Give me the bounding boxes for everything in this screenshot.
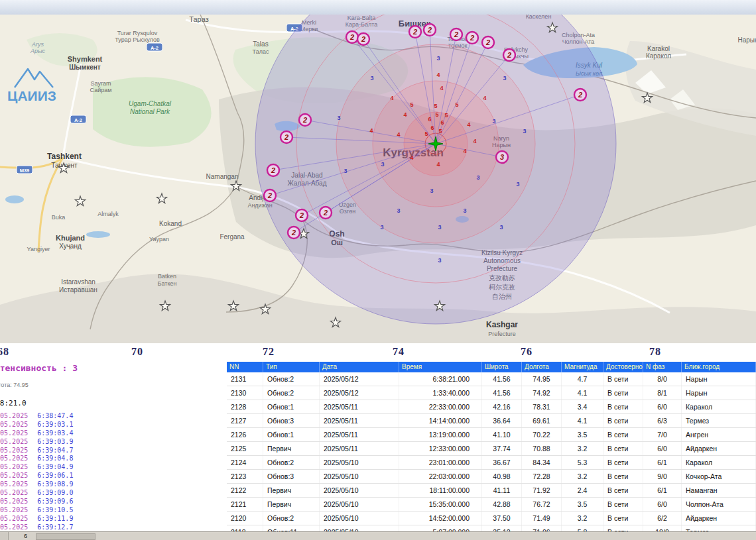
log-line: 12.05.20256:39:11.9 [0, 515, 212, 523]
phase-time-list: 12.05.20256:38:47.412.05.20256:39:03.112… [0, 412, 224, 531]
table-cell: 74.95 [522, 372, 562, 386]
table-cell: 2126 [227, 428, 263, 441]
intensity-value: 6 [440, 119, 444, 126]
intensity-value: 4 [369, 127, 373, 134]
table-cell: 71.06 [522, 525, 562, 531]
table-row[interactable]: 2120Обнов:22025/05/1014:52:00.00037.5071… [227, 512, 756, 525]
table-cell: 41.10 [482, 428, 522, 441]
longitude-axis: 687072747678 [0, 343, 756, 362]
table-cell: В сети [603, 372, 643, 386]
table-cell: 71.92 [522, 484, 562, 497]
station-marker[interactable]: 2 [281, 131, 292, 143]
horizontal-scrollbar-thumb[interactable] [36, 533, 95, 540]
table-row[interactable]: 2118Обнов:112025/05/105:07:00.00035.1271… [227, 525, 756, 531]
table-cell: 78.31 [522, 400, 562, 413]
table-cell: Наманган [682, 484, 756, 497]
station-marker[interactable]: 2 [267, 164, 279, 176]
table-cell: 3.5 [562, 498, 603, 511]
table-cell: 2025/05/12 [320, 386, 399, 400]
table-cell: 3.4 [562, 400, 603, 413]
table-cell: 6/1 [643, 484, 682, 497]
intensity-value: 3 [344, 168, 347, 174]
map-label: Шымкент [69, 64, 101, 71]
table-cell: 5.8 [562, 525, 603, 531]
events-table[interactable]: NNТипДатаВремяШиротаДолготаМагнитудаДост… [227, 362, 756, 531]
intensity-value: 4 [397, 131, 400, 138]
table-cell: Обнов:2 [263, 512, 320, 525]
table-header-cell[interactable]: Широта [482, 362, 522, 372]
table-cell: Обнов:1 [263, 428, 320, 441]
table-header-cell[interactable]: Достоверность [603, 362, 643, 372]
axis-tick: 68 [0, 346, 9, 358]
log-line: 12.05.20256:39:04.8 [0, 455, 212, 463]
table-row[interactable]: 2124Обнов:22025/05/1023:01:00.00036.6784… [227, 456, 756, 470]
svg-text:2: 2 [361, 35, 365, 43]
table-row[interactable]: 2123Обнов:32025/05/1022:03:00.00040.9872… [227, 470, 756, 484]
intensity-value: 3 [430, 188, 433, 194]
svg-text:A-2: A-2 [151, 45, 158, 51]
table-header-cell[interactable]: Тип [263, 362, 320, 372]
table-cell: В сети [603, 512, 643, 525]
table-cell: 2025/05/11 [320, 428, 399, 441]
table-row[interactable]: 2127Обнов:32025/05/1114:14:00.00036.6469… [227, 414, 756, 428]
table-cell: В сети [603, 498, 643, 511]
intensity-value: 3 [438, 224, 441, 231]
station-marker[interactable]: 2 [424, 24, 436, 36]
table-cell: Обнов:3 [263, 414, 320, 427]
table-header-cell[interactable]: Ближ.город [682, 362, 756, 372]
station-marker[interactable]: 2 [482, 36, 494, 48]
table-row[interactable]: 2130Обнов:22025/05/121:33:40.00041.5674.… [227, 386, 756, 400]
table-row[interactable]: 2131Обнов:22025/05/126:38:21.00041.5674.… [227, 372, 756, 386]
map-label: Истаравшан [59, 286, 97, 294]
station-marker[interactable]: 2 [296, 209, 308, 221]
table-row[interactable]: 2128Обнов:12025/05/1122:33:00.00042.1678… [227, 400, 756, 414]
intensity-value: 4 [483, 95, 486, 101]
table-row[interactable]: 2126Обнов:12025/05/1113:19:00.00041.1070… [227, 428, 756, 442]
map-panel[interactable]: ТаразMerkiМеркиKara-BaltaКара-БалтаБишке… [0, 15, 756, 343]
table-body: 2131Обнов:22025/05/126:38:21.00041.5674.… [227, 372, 756, 531]
table-cell: 23:01:00.000 [399, 456, 482, 469]
map-label: Турар Рыскулов [115, 36, 160, 43]
table-header-cell[interactable]: N фаз [643, 362, 682, 372]
table-cell: 4.1 [562, 386, 603, 400]
table-row[interactable]: 2121Первич2025/05/1015:35:00.00042.8876.… [227, 498, 756, 512]
axis-tick: 76 [521, 346, 533, 358]
station-marker[interactable]: 2 [409, 26, 421, 38]
axis-tick: 78 [649, 346, 661, 358]
station-marker[interactable]: 2 [346, 31, 358, 43]
table-cell: 3.2 [562, 512, 603, 525]
map-label: Fergana [220, 233, 245, 241]
svg-text:A-2: A-2 [74, 117, 82, 123]
table-cell: 2128 [227, 400, 263, 413]
table-cell: 7/0 [643, 428, 682, 441]
table-cell: 2.4 [562, 484, 603, 497]
table-cell: 2120 [227, 512, 263, 525]
table-header-cell[interactable]: Время [399, 362, 482, 372]
table-row[interactable]: 2122Первич2025/05/1018:11:00.00041.1171.… [227, 484, 756, 498]
log-line: 12.05.20256:39:03.1 [0, 421, 212, 429]
table-cell: 1:33:40.000 [399, 386, 482, 400]
station-marker[interactable]: 2 [357, 33, 369, 45]
table-header-cell[interactable]: Магнитуда [562, 362, 603, 372]
table-header-cell[interactable]: Дата [320, 362, 399, 372]
station-marker[interactable]: 3 [496, 151, 508, 163]
station-marker[interactable]: 2 [288, 227, 300, 239]
station-marker[interactable]: 2 [320, 207, 332, 219]
station-marker[interactable]: 2 [503, 49, 515, 61]
intensity-value: 4 [436, 161, 440, 168]
intensity-value: 3 [380, 224, 383, 231]
station-marker[interactable]: 2 [264, 189, 276, 201]
intensity-value: 4 [440, 85, 443, 91]
intensity-value: 3 [523, 128, 526, 135]
station-marker[interactable]: 2 [574, 89, 586, 101]
table-header-cell[interactable]: NN [227, 362, 263, 372]
table-header-cell[interactable]: Долгота [522, 362, 562, 372]
station-marker[interactable]: 2 [450, 28, 462, 40]
station-marker[interactable]: 2 [299, 114, 311, 126]
station-marker[interactable]: 2 [466, 32, 478, 44]
intensity-label: Интенсивность : 3 [0, 363, 78, 373]
svg-text:3: 3 [500, 153, 504, 161]
table-cell: 36.67 [482, 456, 522, 469]
intensity-value: 4 [473, 138, 476, 144]
table-row[interactable]: 2125Первич2025/05/1112:33:00.00037.7470.… [227, 442, 756, 456]
